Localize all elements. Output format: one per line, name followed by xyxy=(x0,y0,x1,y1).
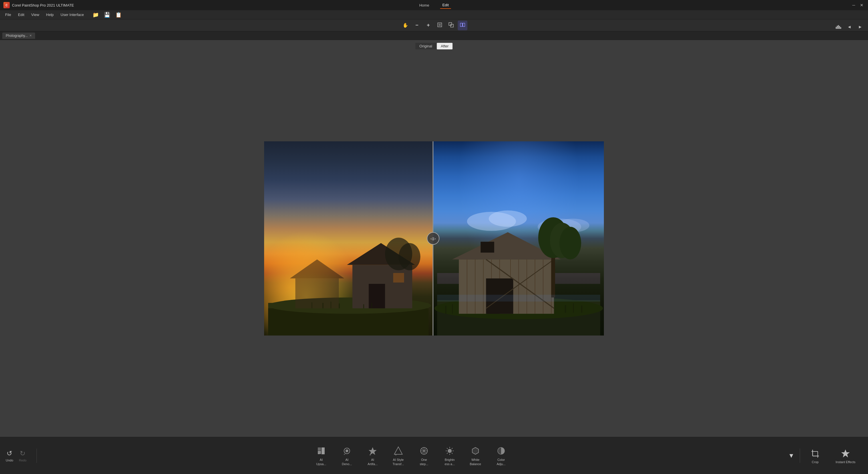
toolbar: ✋ − + xyxy=(0,20,868,31)
svg-rect-61 xyxy=(565,305,566,313)
menu-view[interactable]: View xyxy=(28,11,42,18)
app-logo-letter: C xyxy=(5,4,7,7)
app-logo: C xyxy=(3,2,10,8)
titlebar-nav: Home Edit xyxy=(417,2,451,9)
menu-file[interactable]: File xyxy=(2,11,14,18)
svg-point-58 xyxy=(559,227,581,259)
redo-button[interactable]: ↻ Redo xyxy=(19,449,26,462)
white-balance-label: White Balance xyxy=(470,458,481,466)
redo-icon: ↻ xyxy=(20,449,25,457)
after-panel xyxy=(433,141,604,336)
tools-row: AI AI Upsa... AI AI Deno... xyxy=(38,443,784,468)
brightness-label: Brightn ess a... xyxy=(444,458,455,466)
after-label[interactable]: After xyxy=(437,43,453,50)
svg-rect-3 xyxy=(451,24,454,27)
svg-rect-1 xyxy=(439,24,441,26)
titlebar: C Corel PaintShop Pro 2021 ULTIMATE Home… xyxy=(0,0,868,10)
tabbar: Photography... ✕ xyxy=(0,31,868,40)
menu-help[interactable]: Help xyxy=(43,11,57,18)
svg-rect-26 xyxy=(311,303,312,308)
panel-arrow-left-icon[interactable]: ◀ xyxy=(845,22,854,31)
ai-denoise-button[interactable]: AI AI Deno... xyxy=(334,443,360,468)
color-adjust-label: Color Adju... xyxy=(497,458,505,466)
compare-view-button[interactable] xyxy=(458,21,467,30)
svg-rect-9 xyxy=(838,25,839,29)
svg-marker-97 xyxy=(841,449,850,457)
zoom-in-button[interactable]: + xyxy=(424,21,433,30)
svg-rect-17 xyxy=(369,284,385,308)
titlebar-controls: ─ ✕ xyxy=(851,2,865,8)
svg-rect-64 xyxy=(437,295,600,302)
crop-view-button[interactable] xyxy=(446,21,456,30)
zoom-in-icon: + xyxy=(427,22,430,28)
one-step-icon xyxy=(418,445,430,456)
menu-edit[interactable]: Edit xyxy=(15,11,27,18)
more-tools-icon: ▼ xyxy=(788,452,795,460)
svg-rect-24 xyxy=(331,302,331,308)
menu-user-interface[interactable]: User Interface xyxy=(58,11,87,18)
photo-tab-label: Photography... xyxy=(6,34,28,38)
original-label[interactable]: Original xyxy=(415,43,436,50)
undo-redo-group: ↺ Undo ↻ Redo xyxy=(6,449,27,462)
nav-edit[interactable]: Edit xyxy=(440,2,451,9)
photo-tab-close[interactable]: ✕ xyxy=(29,34,32,37)
separator-2 xyxy=(800,449,800,463)
top-right-tools: ◀ ▶ xyxy=(834,22,865,31)
barn-after-svg xyxy=(433,199,604,336)
save-as-icon[interactable]: 📋 xyxy=(114,10,123,20)
ai-upsampling-button[interactable]: AI AI Upsa... xyxy=(308,443,334,468)
svg-rect-25 xyxy=(339,304,340,308)
panel-arrow-right-icon[interactable]: ▶ xyxy=(856,22,865,31)
histogram-icon[interactable] xyxy=(834,22,843,31)
more-tools-button[interactable]: ▼ xyxy=(784,449,798,463)
brightness-icon xyxy=(444,445,456,456)
ai-style-button[interactable]: AI AI Style Transf... xyxy=(385,443,411,468)
svg-rect-62 xyxy=(573,304,574,313)
svg-point-30 xyxy=(489,211,527,227)
ai-artifact-icon: AI xyxy=(367,445,378,456)
split-handle[interactable]: ◁▷ xyxy=(427,232,439,245)
white-balance-button[interactable]: White Balance xyxy=(463,443,488,468)
color-adjust-button[interactable]: Color Adju... xyxy=(488,443,514,468)
instant-effects-label: Instant Effects xyxy=(835,460,856,464)
hand-tool-button[interactable]: ✋ xyxy=(401,21,410,30)
brightness-button[interactable]: Brightn ess a... xyxy=(437,443,463,468)
one-step-label: One step... xyxy=(420,458,428,466)
ai-artifact-button[interactable]: AI AI Artifa... xyxy=(360,443,385,468)
svg-text:AI: AI xyxy=(318,453,319,454)
svg-rect-67 xyxy=(321,447,324,454)
svg-rect-18 xyxy=(393,273,404,282)
instant-effects-icon xyxy=(840,448,851,459)
before-image xyxy=(264,141,433,336)
crop-button[interactable]: Crop xyxy=(802,445,829,466)
fit-window-icon xyxy=(437,22,442,29)
color-adjust-icon xyxy=(495,445,507,456)
svg-rect-10 xyxy=(839,26,840,29)
before-panel xyxy=(264,141,433,336)
save-icon[interactable]: 💾 xyxy=(102,10,112,20)
split-divider[interactable]: ◁▷ xyxy=(433,141,433,336)
new-icon[interactable]: 📁 xyxy=(91,10,100,20)
redo-label: Redo xyxy=(19,459,26,462)
undo-button[interactable]: ↺ Undo xyxy=(6,449,13,462)
titlebar-left: C Corel PaintShop Pro 2021 ULTIMATE xyxy=(3,2,74,8)
hand-icon: ✋ xyxy=(403,23,408,28)
svg-line-87 xyxy=(452,453,453,454)
zoom-out-button[interactable]: − xyxy=(412,21,422,30)
minimize-button[interactable]: ─ xyxy=(851,2,857,8)
undo-label: Undo xyxy=(6,459,13,462)
nav-home[interactable]: Home xyxy=(417,2,431,8)
svg-rect-2 xyxy=(449,23,452,25)
ai-upsampling-label: AI Upsa... xyxy=(316,458,327,466)
svg-rect-19 xyxy=(295,278,339,308)
one-step-button[interactable]: One step... xyxy=(411,443,437,468)
close-button[interactable]: ✕ xyxy=(859,2,865,8)
svg-point-70 xyxy=(345,449,348,452)
fit-window-button[interactable] xyxy=(435,21,444,30)
svg-rect-11 xyxy=(840,27,841,29)
svg-text:AI: AI xyxy=(344,453,345,455)
ai-denoise-label: AI Deno... xyxy=(342,458,352,466)
photo-tab[interactable]: Photography... ✕ xyxy=(2,33,35,39)
svg-marker-72 xyxy=(369,447,377,455)
instant-effects-button[interactable]: Instant Effects xyxy=(829,445,862,466)
